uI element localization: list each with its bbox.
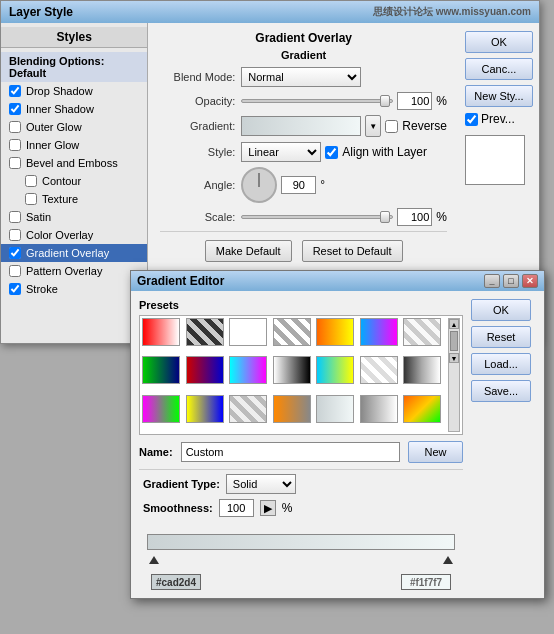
color-overlay-checkbox[interactable] bbox=[9, 229, 21, 241]
preset-swatch[interactable] bbox=[142, 395, 180, 423]
preset-swatch[interactable] bbox=[273, 356, 311, 384]
scroll-thumb[interactable] bbox=[450, 331, 458, 351]
pattern-overlay-item[interactable]: Pattern Overlay bbox=[1, 262, 147, 280]
opacity-input[interactable] bbox=[397, 92, 432, 110]
ge-reset-button[interactable]: Reset bbox=[471, 326, 531, 348]
minimize-button[interactable]: _ bbox=[484, 274, 500, 288]
gradient-overlay-checkbox[interactable] bbox=[9, 247, 21, 259]
stop-right-arrow[interactable] bbox=[443, 556, 453, 564]
preset-swatch[interactable] bbox=[273, 318, 311, 346]
styles-section[interactable]: Styles bbox=[1, 27, 147, 48]
stop-left-arrow[interactable] bbox=[149, 556, 159, 564]
gradient-dropdown-btn[interactable]: ▼ bbox=[365, 115, 381, 137]
contour-item[interactable]: Contour bbox=[1, 172, 147, 190]
drop-shadow-item[interactable]: Drop Shadow bbox=[1, 82, 147, 100]
cancel-button[interactable]: Canc... bbox=[465, 58, 533, 80]
stop-right-color[interactable]: #f1f7f7 bbox=[401, 574, 451, 590]
reset-default-button[interactable]: Reset to Default bbox=[302, 240, 403, 262]
smoothness-input[interactable] bbox=[219, 499, 254, 517]
gradient-preview[interactable] bbox=[241, 116, 361, 136]
preset-swatch[interactable] bbox=[403, 318, 441, 346]
preset-swatch[interactable] bbox=[229, 356, 267, 384]
opacity-slider-track[interactable] bbox=[241, 99, 393, 103]
presets-grid bbox=[142, 318, 446, 432]
opacity-slider-thumb[interactable] bbox=[380, 95, 390, 107]
pattern-overlay-checkbox[interactable] bbox=[9, 265, 21, 277]
scale-input[interactable] bbox=[397, 208, 432, 226]
gradient-overlay-item[interactable]: Gradient Overlay bbox=[1, 244, 147, 262]
bevel-emboss-checkbox[interactable] bbox=[9, 157, 21, 169]
preset-swatch[interactable] bbox=[142, 318, 180, 346]
close-button[interactable]: ✕ bbox=[522, 274, 538, 288]
preset-swatch[interactable] bbox=[403, 395, 441, 423]
blending-options-item[interactable]: Blending Options: Default bbox=[1, 52, 147, 82]
preset-swatch[interactable] bbox=[186, 395, 224, 423]
texture-item[interactable]: Texture bbox=[1, 190, 147, 208]
angle-unit: ° bbox=[320, 178, 325, 192]
preset-swatch[interactable] bbox=[229, 395, 267, 423]
bottom-stops bbox=[147, 550, 455, 564]
gradient-stop-bar[interactable] bbox=[147, 534, 455, 550]
smoothness-label: Smoothness: bbox=[143, 502, 213, 514]
new-gradient-button[interactable]: New bbox=[408, 441, 463, 463]
preset-swatch[interactable] bbox=[273, 395, 311, 423]
inner-glow-item[interactable]: Inner Glow bbox=[1, 136, 147, 154]
drop-shadow-checkbox[interactable] bbox=[9, 85, 21, 97]
new-style-button[interactable]: New Sty... bbox=[465, 85, 533, 107]
texture-checkbox[interactable] bbox=[25, 193, 37, 205]
gradient-editor-right: OK Reset Load... Save... bbox=[471, 299, 536, 590]
smoothness-stepper[interactable]: ▶ bbox=[260, 500, 276, 516]
preset-swatch[interactable] bbox=[360, 356, 398, 384]
angle-input[interactable] bbox=[281, 176, 316, 194]
contour-checkbox[interactable] bbox=[25, 175, 37, 187]
preset-swatch[interactable] bbox=[142, 356, 180, 384]
ok-button[interactable]: OK bbox=[465, 31, 533, 53]
color-overlay-item[interactable]: Color Overlay bbox=[1, 226, 147, 244]
scale-slider-track[interactable] bbox=[241, 215, 393, 219]
angle-knob[interactable] bbox=[241, 167, 277, 203]
preset-swatch[interactable] bbox=[186, 318, 224, 346]
preset-swatch[interactable] bbox=[403, 356, 441, 384]
scroll-down-arrow[interactable]: ▼ bbox=[449, 353, 459, 363]
align-layer-checkbox[interactable] bbox=[325, 146, 338, 159]
preset-swatch[interactable] bbox=[316, 356, 354, 384]
outer-glow-checkbox[interactable] bbox=[9, 121, 21, 133]
preset-swatch[interactable] bbox=[316, 318, 354, 346]
stroke-checkbox[interactable] bbox=[9, 283, 21, 295]
stop-left-color[interactable]: #cad2d4 bbox=[151, 574, 201, 590]
preview-checkbox[interactable] bbox=[465, 113, 478, 126]
blend-mode-select[interactable]: Normal bbox=[241, 67, 361, 87]
ge-save-button[interactable]: Save... bbox=[471, 380, 531, 402]
satin-checkbox[interactable] bbox=[9, 211, 21, 223]
preset-swatch[interactable] bbox=[186, 356, 224, 384]
maximize-button[interactable]: □ bbox=[503, 274, 519, 288]
style-select[interactable]: Linear bbox=[241, 142, 321, 162]
inner-glow-checkbox[interactable] bbox=[9, 139, 21, 151]
make-default-button[interactable]: Make Default bbox=[205, 240, 292, 262]
scale-slider-thumb[interactable] bbox=[380, 211, 390, 223]
scale-unit: % bbox=[436, 210, 447, 224]
name-input[interactable] bbox=[181, 442, 400, 462]
presets-scrollbar[interactable]: ▲ ▼ bbox=[448, 318, 460, 432]
watermark: 思绩设计论坛 www.missyuan.com bbox=[373, 5, 531, 19]
inner-shadow-item[interactable]: Inner Shadow bbox=[1, 100, 147, 118]
reverse-checkbox[interactable] bbox=[385, 120, 398, 133]
outer-glow-item[interactable]: Outer Glow bbox=[1, 118, 147, 136]
stroke-item[interactable]: Stroke bbox=[1, 280, 147, 298]
scroll-up-arrow[interactable]: ▲ bbox=[449, 319, 459, 329]
preview-label: Prev... bbox=[481, 112, 515, 126]
titlebar-icons: _ □ ✕ bbox=[484, 274, 538, 288]
inner-shadow-checkbox[interactable] bbox=[9, 103, 21, 115]
preset-swatch[interactable] bbox=[316, 395, 354, 423]
gradient-stop-area: #cad2d4 #f1f7f7 bbox=[139, 522, 463, 590]
ge-ok-button[interactable]: OK bbox=[471, 299, 531, 321]
preset-swatch[interactable] bbox=[360, 395, 398, 423]
preset-swatch[interactable] bbox=[360, 318, 398, 346]
ge-load-button[interactable]: Load... bbox=[471, 353, 531, 375]
satin-item[interactable]: Satin bbox=[1, 208, 147, 226]
gradient-type-select[interactable]: Solid bbox=[226, 474, 296, 494]
opacity-row: Opacity: % bbox=[160, 92, 447, 110]
preset-swatch[interactable] bbox=[229, 318, 267, 346]
bevel-emboss-item[interactable]: Bevel and Emboss bbox=[1, 154, 147, 172]
smoothness-unit: % bbox=[282, 501, 293, 515]
